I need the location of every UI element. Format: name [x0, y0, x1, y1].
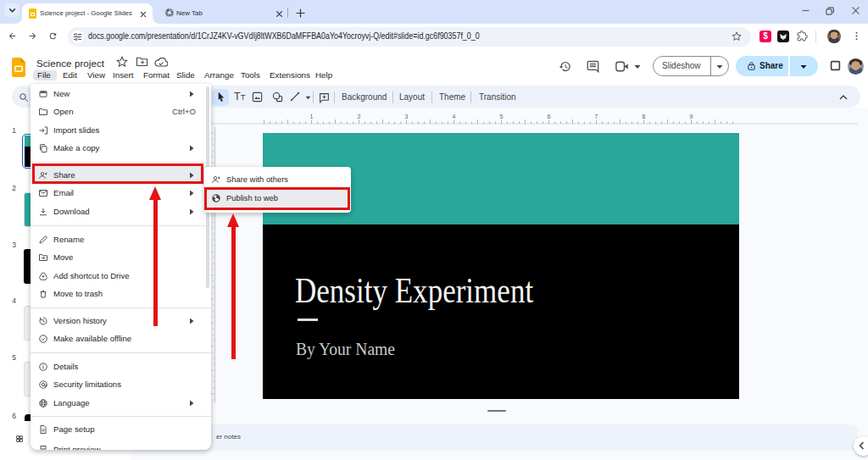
- svg-text:1: 1: [310, 114, 314, 119]
- svg-text:8: 8: [643, 114, 646, 119]
- svg-text:4: 4: [453, 114, 456, 119]
- svg-text:6: 6: [548, 114, 551, 119]
- svg-text:5: 5: [500, 114, 504, 119]
- svg-text:7: 7: [595, 114, 598, 119]
- svg-text:2: 2: [358, 114, 361, 119]
- svg-text:3: 3: [405, 114, 409, 119]
- svg-text:9: 9: [690, 114, 693, 119]
